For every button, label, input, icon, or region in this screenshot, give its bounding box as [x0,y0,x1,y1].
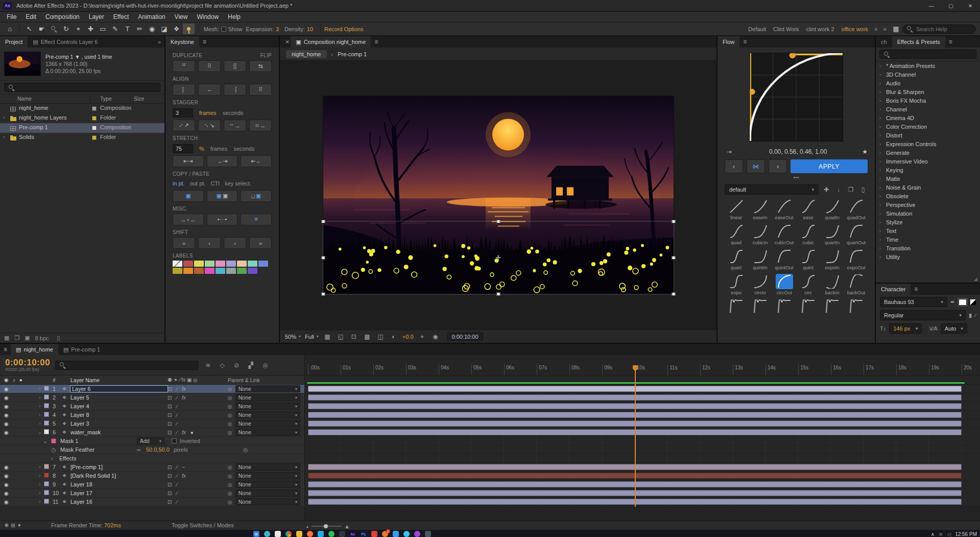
menu-item[interactable]: Animation [133,13,170,20]
camera-tool-icon[interactable]: ⌖ [73,24,84,34]
taskbar-app-icon[interactable] [339,531,345,537]
effects-category-row[interactable]: › Simulation [876,209,980,218]
timeline-layer-row[interactable]: ◉ › 1 ❖ Layer 6 ⊡ ∕ fx ● ◎ None▾ [0,385,980,393]
link-dimensions-icon[interactable]: ∞ [137,447,141,453]
stagger-up-button[interactable]: ⠔↗ [173,120,195,131]
parent-dropdown[interactable]: None▾ [235,472,300,479]
quality-switch-icon[interactable]: ∕ [176,482,177,487]
easing-preset[interactable]: quartOut [845,224,868,245]
quality-switch-icon[interactable]: ∕ [176,421,177,427]
quality-switch-icon[interactable]: ∕ [176,430,177,435]
workspace-grid-icon[interactable]: ▦ [890,24,902,34]
easing-preset[interactable]: cubicIn [749,224,772,245]
easing-preset[interactable]: quintIn [749,249,772,270]
layer-visibility-toggle[interactable]: ◉ [4,473,9,479]
shift-button[interactable]: ‹ [198,237,221,249]
panel-menu-icon[interactable]: ≡ [911,284,921,295]
effects-category-row[interactable]: › Immersive Video [876,157,980,166]
record-options-button[interactable]: Record Options [324,26,363,32]
easing-preset[interactable] [821,299,844,314]
label-color-swatch[interactable] [205,268,214,274]
show-snapshot-icon[interactable]: ◉ [431,333,440,340]
easing-preset[interactable]: quadIn [821,199,844,220]
parent-dropdown[interactable]: None▾ [235,463,300,471]
project-item-row[interactable]: Pre-comp 1 Composition [0,123,164,133]
effects-category-row[interactable]: › Noise & Grain [876,183,980,192]
property-value[interactable]: 50.0,50.0 [146,447,170,453]
project-column-header[interactable]: Name Type Size [0,95,164,104]
easing-preset[interactable]: quadOut [845,199,868,220]
label-color-swatch[interactable] [173,268,182,274]
label-color-swatch[interactable] [258,261,268,267]
parent-dropdown[interactable]: None▾ [235,498,300,505]
layer-label-chip[interactable] [44,481,49,486]
mask-name[interactable]: Mask 1 [60,438,78,444]
bezier-curve-editor[interactable] [749,53,843,142]
resolution-dropdown[interactable]: Full▾ [305,334,319,340]
layer-visibility-toggle[interactable]: ◉ [4,412,9,418]
easing-preset[interactable]: quartIn [821,224,844,245]
stroke-color-swatch[interactable] [970,299,976,305]
stagger-value-input[interactable]: 3 [173,108,193,118]
layer-name[interactable]: Layer 4 [70,403,168,409]
label-color-swatch[interactable] [183,268,193,274]
zoom-out-mountain-icon[interactable]: ▴ [306,524,308,529]
mirror-curve-button[interactable]: ⋈ [747,159,765,173]
easing-preset[interactable]: quart [725,249,748,270]
bezier-handle-in[interactable] [749,89,755,95]
bezier-handle-out[interactable] [790,53,796,58]
pickwhip-icon[interactable]: ◎ [228,491,232,496]
parent-dropdown[interactable]: None▾ [235,489,300,497]
workspace-menu-icon[interactable]: ≡ [872,26,879,32]
effects-category-row[interactable]: › Channel [876,105,980,113]
expression-pickwhip-icon[interactable]: ◎ [243,447,248,453]
layer-twirl-arrow[interactable]: › [36,412,44,417]
stretch-unit-option[interactable]: % [199,146,204,152]
eraser-tool-icon[interactable]: ◪ [158,24,170,34]
mask-visibility-icon[interactable]: ◱ [336,333,345,340]
quality-switch-icon[interactable]: ∕ [176,386,177,392]
expand-chevron-icon[interactable]: › [879,107,883,112]
layer-twirl-arrow[interactable]: › [36,386,44,391]
timeline-layer-row[interactable]: ◉ › 4 ❖ Layer 8 ⊡ ∕ ● ◎ None▾ [0,411,980,419]
easing-preset[interactable]: ease [797,199,820,220]
stretch-unit-option[interactable]: frames [210,146,228,152]
layer-name[interactable]: [Dark Red Solid 1] [70,473,168,479]
taskbar-app-icon[interactable] [403,531,410,537]
expand-chevron-icon[interactable]: › [879,168,883,173]
layer-label-chip[interactable] [44,421,49,426]
project-search-box[interactable] [4,83,160,92]
motion-blur-icon[interactable]: ◎ [260,362,270,369]
timeline-layer-row[interactable]: ◉ › 10 ❖ Layer 17 ⊡ ∕ ● ◎ None▾ [0,489,980,498]
help-search-input[interactable] [915,26,971,33]
effects-category-row[interactable]: › Text [876,226,980,235]
pickwhip-icon[interactable]: ◎ [228,386,232,392]
collapse-switch-icon[interactable]: ⊡ [168,404,172,409]
expand-chevron-icon[interactable]: › [879,63,883,68]
column-name[interactable]: Name [17,96,32,102]
label-color-swatch[interactable] [183,261,193,267]
timeline-layer-row[interactable]: ◉ › 11 ❖ Layer 16 ⊡ ∕ ● ◎ None▾ [0,498,980,506]
pickwhip-icon[interactable]: ◎ [228,421,232,427]
tab-composition[interactable]: ▣Composition night_home [291,36,371,48]
tab-truncated[interactable]: ch [876,36,892,48]
layer-anchor-point[interactable]: ✛ [495,254,501,262]
tab-character[interactable]: Character [876,284,911,295]
faux-bold-icon[interactable]: ▮ [969,312,972,319]
menu-item[interactable]: Edit [21,13,41,20]
item-label-chip[interactable] [92,126,97,130]
after-effects-taskbar-icon[interactable]: Ae [350,531,356,537]
layer-track-area[interactable] [305,480,980,489]
taskbar-app-icon[interactable] [318,531,324,537]
effects-category-row[interactable]: › Audio [876,79,980,87]
easing-preset[interactable]: quint [797,249,820,270]
clone-stamp-tool-icon[interactable]: ◉ [146,24,158,34]
label-color-swatch[interactable] [205,261,214,267]
timeline-layer-row[interactable]: ◉ › 9 ❖ Layer 18 ⊡ ∕ ● ◎ None▾ [0,480,980,489]
mask-twirl-arrow[interactable]: ⌄ [43,438,47,445]
property-name[interactable]: Mask Feather [60,447,94,453]
taskbar-app-icon[interactable] [371,531,377,537]
layer-name[interactable]: water_mask [70,429,168,435]
group-name[interactable]: Effects [59,455,76,461]
panel-menu-icon[interactable]: ≡ [371,36,381,48]
